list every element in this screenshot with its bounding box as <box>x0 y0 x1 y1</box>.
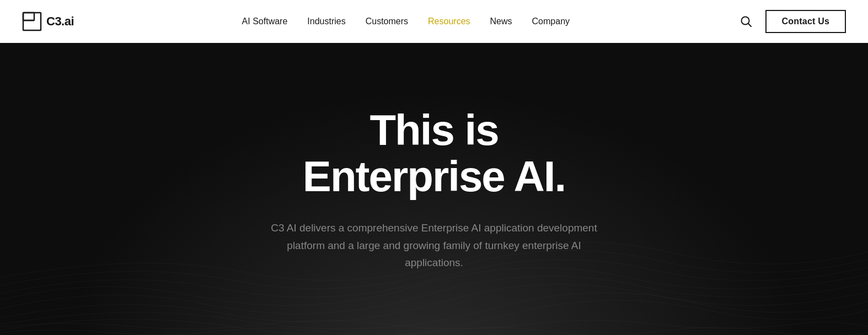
nav-link-company[interactable]: Company <box>532 17 570 26</box>
svg-rect-1 <box>23 13 34 20</box>
svg-line-4 <box>748 23 751 26</box>
hero-subtext: C3 AI delivers a comprehensive Enterpris… <box>263 219 605 271</box>
svg-rect-0 <box>23 13 41 30</box>
nav-link-industries[interactable]: Industries <box>307 17 345 26</box>
nav-item-customers[interactable]: Customers <box>366 17 408 26</box>
logo[interactable]: C3.ai <box>22 12 74 31</box>
nav-right: Contact Us <box>738 10 846 33</box>
search-icon <box>740 15 752 28</box>
nav-link-news[interactable]: News <box>490 17 512 26</box>
hero-heading-line2: Enterprise AI. <box>303 152 565 201</box>
nav-item-news[interactable]: News <box>490 17 512 26</box>
nav-item-company[interactable]: Company <box>532 17 570 26</box>
nav-link-ai-software[interactable]: AI Software <box>242 17 288 26</box>
hero-heading: This is Enterprise AI. <box>263 107 605 199</box>
hero-heading-line1: This is <box>369 106 498 154</box>
nav-item-resources[interactable]: Resources <box>428 17 470 26</box>
navbar: C3.ai AI Software Industries Customers R… <box>0 0 868 43</box>
nav-item-ai-software[interactable]: AI Software <box>242 17 288 26</box>
nav-link-customers[interactable]: Customers <box>366 17 408 26</box>
nav-links: AI Software Industries Customers Resourc… <box>242 17 570 26</box>
search-button[interactable] <box>738 13 754 30</box>
nav-link-resources[interactable]: Resources <box>428 17 470 26</box>
contact-us-button[interactable]: Contact Us <box>765 10 846 33</box>
hero-content: This is Enterprise AI. C3 AI delivers a … <box>252 107 616 272</box>
hero-section: This is Enterprise AI. C3 AI delivers a … <box>0 43 868 335</box>
nav-item-industries[interactable]: Industries <box>307 17 345 26</box>
logo-text: C3.ai <box>46 14 74 29</box>
c3ai-logo-icon <box>22 12 42 31</box>
